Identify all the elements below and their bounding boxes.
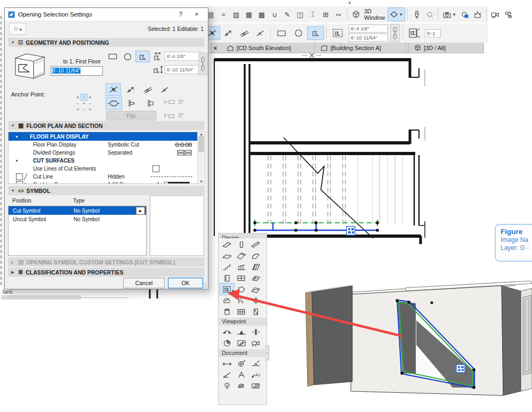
- table-row-floor-plan-display[interactable]: Floor Plan Display Symbolic Cut: [9, 141, 198, 149]
- wall-tool[interactable]: [220, 239, 234, 250]
- anchor-mid-right[interactable]: →: [87, 100, 93, 106]
- hatch-icon[interactable]: ▨: [230, 8, 242, 21]
- interior-elevation-tool[interactable]: [248, 326, 263, 337]
- section-classification[interactable]: ▶ ≣ CLASSIFICATION AND PROPERTIES: [8, 268, 205, 277]
- favorites-button[interactable]: ☆▶: [9, 23, 26, 35]
- extrude-direction-4-button[interactable]: [157, 84, 172, 95]
- three-d-window-icon[interactable]: [350, 8, 362, 21]
- niche-direction-4-button[interactable]: [253, 27, 268, 39]
- shape-circle-button[interactable]: [291, 27, 307, 39]
- worksheet-tool[interactable]: [234, 337, 248, 349]
- paint-bucket-icon[interactable]: [423, 8, 435, 21]
- panel-icon[interactable]: ◫: [294, 8, 306, 21]
- skylight-tool[interactable]: [248, 272, 263, 284]
- sun-study-icon[interactable]: [472, 8, 483, 21]
- dialog-shape-custom-button[interactable]: [136, 51, 149, 62]
- section-tool[interactable]: [220, 326, 234, 337]
- zone-tool[interactable]: [220, 295, 234, 306]
- anchor-bottom-left[interactable]: ↙: [75, 106, 81, 112]
- railing-tool[interactable]: [234, 261, 248, 272]
- wall-closure-3-button[interactable]: [142, 98, 158, 109]
- niche-direction-3-button[interactable]: [237, 27, 252, 39]
- beam-section-icon[interactable]: ⌶: [307, 8, 319, 21]
- scroll-up-icon[interactable]: ▲: [199, 132, 203, 136]
- link-chain-icon[interactable]: ∾: [333, 8, 344, 21]
- view-mode-button[interactable]: ▼: [388, 8, 405, 21]
- chain-button[interactable]: [198, 53, 207, 75]
- anchor-top-left[interactable]: ↖: [75, 94, 81, 100]
- fill-tool[interactable]: [234, 380, 248, 391]
- tab-building-section-a[interactable]: [Building Section A]: [315, 43, 406, 53]
- render-settings-icon[interactable]: [459, 8, 471, 21]
- anchor-point-grid[interactable]: ↖ ↑ ↗ ← • → ↙ ↓ ↘: [75, 94, 93, 112]
- panel-tool[interactable]: [248, 306, 263, 317]
- hatch-tool[interactable]: [248, 380, 263, 391]
- anchor-bottom-right[interactable]: ↘: [87, 106, 93, 112]
- cancel-button[interactable]: Cancel: [123, 278, 165, 288]
- dialog-close-button[interactable]: ×: [189, 11, 205, 18]
- table-group-header[interactable]: ▼ FLOOR PLAN DISPLAY: [9, 132, 198, 141]
- extrude-direction-3-button[interactable]: [140, 84, 155, 95]
- camera-tool[interactable]: [248, 337, 263, 349]
- palette-resize-handle[interactable]: ▪: [265, 345, 269, 360]
- zone-stamp-tool[interactable]: 1: [220, 380, 234, 391]
- section-floor-plan[interactable]: ▼ ▦ FLOOR PLAN AND SECTION: [8, 121, 205, 130]
- door-tool[interactable]: [220, 272, 234, 284]
- palette-close-icon[interactable]: ×: [348, 0, 351, 6]
- wall-closure-2-button[interactable]: [124, 98, 140, 109]
- building-model-icon[interactable]: ▦: [243, 8, 255, 21]
- table-subheader-cut-surfaces[interactable]: ▼ CUT SURFACES: [9, 157, 198, 165]
- chain-link-button[interactable]: [390, 24, 400, 42]
- hidden-line-style-icon[interactable]: [151, 176, 192, 177]
- object-tool[interactable]: [234, 295, 248, 306]
- dialog-resize-grip[interactable]: [202, 283, 207, 288]
- beam-tool[interactable]: [248, 239, 263, 250]
- opening-tool[interactable]: ▶: [220, 284, 234, 295]
- three-d-window-label[interactable]: 3D Window: [364, 8, 385, 21]
- height-field[interactable]: 6'-10 11/64": [165, 65, 201, 74]
- height-input[interactable]: 6'-10 11/64": [51, 66, 103, 76]
- schedule-grid-icon[interactable]: ⊞: [320, 8, 332, 21]
- anchor-top-center[interactable]: ↑: [81, 94, 87, 100]
- niche-direction-2-button[interactable]: [221, 27, 236, 39]
- pen-color-swatch[interactable]: [164, 182, 190, 184]
- mesh-wave-icon[interactable]: ≈: [217, 8, 229, 21]
- camera-button[interactable]: ▼: [441, 8, 458, 21]
- mesh-tool[interactable]: [248, 284, 263, 295]
- table-row-divided-openings[interactable]: Divided Openings Separated: [9, 149, 198, 157]
- stair-tool[interactable]: [220, 261, 234, 272]
- curtain-wall-tool[interactable]: [248, 261, 263, 272]
- dialog-title-bar[interactable]: Opening Selection Settings ? ×: [5, 8, 208, 21]
- pen-tool-icon[interactable]: ✎: [281, 8, 293, 21]
- table-row-cut-line-pen[interactable]: ‖ Cut Line Pen 0.00 Pt 1: [9, 181, 198, 184]
- table-row-cut-line[interactable]: ╱ Cut Line Hidden: [9, 173, 198, 181]
- table-row-use-lines[interactable]: Use Lines of Cut Elements: [9, 165, 198, 173]
- tab-close-button[interactable]: ×: [209, 43, 221, 53]
- anchor-bottom-center[interactable]: ↓: [81, 106, 87, 112]
- shell-tool[interactable]: [248, 250, 263, 261]
- width-field[interactable]: 6'-4 1/8": [165, 52, 201, 61]
- symbol-row-cut[interactable]: Cut Symbol No Symbol ▶: [9, 206, 146, 215]
- flip-button[interactable]: Flip: [106, 111, 156, 120]
- infobox-height-field[interactable]: 6'-10 11/64": [349, 34, 388, 42]
- column-tool[interactable]: [234, 239, 248, 250]
- elevation-tool[interactable]: [234, 326, 248, 337]
- anchor-top-right[interactable]: ↗: [87, 94, 93, 100]
- dialog-shape-rectangle-button[interactable]: [106, 51, 119, 62]
- mesh-grid-tool[interactable]: [234, 306, 248, 317]
- extrude-direction-1-button[interactable]: [106, 84, 120, 95]
- extrude-direction-2-button[interactable]: [123, 84, 138, 95]
- section-geometry[interactable]: ▼ ⊡ GEOMETRY AND POSITIONING: [8, 38, 205, 47]
- roof-tool[interactable]: [234, 250, 248, 261]
- scroll-down-icon[interactable]: ▼: [199, 180, 203, 183]
- shape-rectangle-button[interactable]: [273, 27, 289, 39]
- text-tool[interactable]: [234, 369, 248, 380]
- shape-custom-button[interactable]: [308, 27, 324, 39]
- section-symbol[interactable]: ▼ ▭ SYMBOL: [8, 186, 205, 195]
- profile-u-icon[interactable]: ∪: [269, 8, 280, 21]
- angle-dimension-tool[interactable]: [220, 369, 234, 380]
- symbol-row-uncut[interactable]: Uncut Symbol No Symbol: [9, 215, 146, 223]
- creative-render-icon[interactable]: [502, 8, 514, 21]
- lamp-tool[interactable]: [248, 295, 263, 306]
- dialog-shape-circle-button[interactable]: [121, 51, 134, 62]
